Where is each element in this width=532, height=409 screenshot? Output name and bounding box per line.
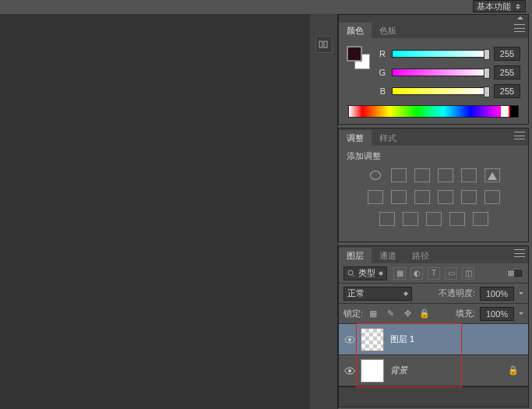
r-value[interactable]: 255 [494, 47, 520, 61]
gradient-map-icon[interactable] [379, 212, 395, 226]
tab-layers[interactable]: 图层 [339, 248, 372, 263]
lock-all-icon[interactable]: 🔒 [419, 309, 430, 319]
color-spectrum[interactable] [348, 105, 519, 118]
workspace-dropdown[interactable]: 基本功能 [473, 0, 526, 12]
blend-mode-value: 正常 [347, 287, 365, 299]
panel-menu-button[interactable] [514, 24, 525, 32]
layer-filter-dropdown[interactable]: 类型 [344, 266, 387, 280]
layer-row[interactable]: 背景 🔒 [339, 355, 528, 386]
hue-saturation-icon[interactable] [414, 190, 430, 204]
brightness-contrast-icon[interactable] [368, 168, 383, 182]
adjustments-panel: 调整 样式 添加调整 [338, 128, 529, 242]
svg-rect-0 [319, 41, 322, 48]
fill-label: 填充: [456, 308, 475, 319]
canvas-area[interactable] [0, 14, 310, 409]
svg-line-3 [353, 275, 354, 277]
black-white-icon[interactable] [484, 168, 500, 182]
filter-shape-icon[interactable]: ▭ [445, 267, 457, 280]
visibility-toggle[interactable] [339, 336, 361, 344]
svg-point-5 [348, 338, 351, 341]
threshold-icon[interactable] [426, 212, 442, 226]
filter-image-icon[interactable]: ▦ [393, 267, 406, 280]
layer-name[interactable]: 图层 1 [390, 333, 414, 345]
vibrance-icon[interactable] [461, 168, 477, 182]
layer-name[interactable]: 背景 [390, 365, 407, 376]
r-slider[interactable] [392, 50, 488, 58]
panel-menu-button[interactable] [514, 132, 525, 139]
layer-thumbnail[interactable] [361, 328, 384, 351]
b-label: B [376, 86, 386, 96]
panel-collapse-button[interactable] [339, 15, 528, 21]
visibility-toggle[interactable] [339, 367, 361, 375]
opacity-value[interactable]: 100% [480, 287, 514, 301]
opacity-label: 不透明度: [439, 287, 475, 299]
photo-filter-icon[interactable] [368, 190, 383, 204]
lock-label: 锁定: [344, 308, 363, 319]
curves-icon[interactable] [414, 168, 430, 182]
lock-move-icon[interactable]: ✥ [402, 309, 413, 319]
posterize-icon[interactable] [484, 190, 500, 204]
layer-row[interactable]: 图层 1 [339, 324, 528, 355]
history-panel-icon[interactable] [315, 36, 333, 53]
layers-footer [339, 386, 528, 407]
blend-mode-dropdown[interactable]: 正常 [344, 287, 412, 301]
g-label: G [376, 68, 386, 77]
svg-rect-1 [324, 41, 327, 48]
r-label: R [376, 49, 386, 58]
levels-icon[interactable] [391, 168, 407, 182]
g-value[interactable]: 255 [494, 65, 520, 79]
foreground-swatch[interactable] [347, 46, 362, 62]
invert-icon[interactable] [403, 212, 418, 226]
b-value[interactable]: 255 [494, 84, 520, 98]
tab-adjustments[interactable]: 调整 [339, 130, 372, 146]
lock-transparent-icon[interactable]: ▦ [368, 309, 379, 319]
layers-panel: 图层 通道 路径 类型 ▦ ◐ T ▭ ◫ [338, 245, 529, 407]
selective-color-icon[interactable] [438, 190, 453, 204]
tab-paths[interactable]: 路径 [404, 248, 437, 263]
lock-indicator-icon: 🔒 [508, 365, 519, 376]
filter-toggle[interactable] [506, 269, 523, 278]
layer-thumbnail[interactable] [361, 359, 384, 383]
filter-label: 类型 [358, 267, 375, 279]
g-slider[interactable] [392, 69, 488, 76]
filter-type-icon[interactable]: T [428, 267, 440, 280]
svg-point-7 [348, 369, 351, 372]
color-swatch-stack[interactable] [347, 46, 370, 69]
lock-brush-icon[interactable]: ✎ [385, 309, 396, 319]
add-adjustment-title: 添加调整 [347, 150, 520, 162]
filter-smartobj-icon[interactable]: ◫ [462, 267, 474, 280]
b-slider[interactable] [392, 87, 488, 95]
color-lookup-icon[interactable] [449, 212, 465, 226]
workspace-label: 基本功能 [477, 1, 511, 12]
tab-styles[interactable]: 样式 [372, 130, 404, 146]
exposure-icon[interactable] [438, 168, 453, 182]
tab-color[interactable]: 颜色 [339, 23, 372, 38]
tab-channels[interactable]: 通道 [372, 248, 404, 263]
tab-swatches[interactable]: 色板 [372, 23, 404, 38]
color-panel: 颜色 色板 R 255 G 255 B [338, 14, 529, 125]
color-balance-icon[interactable] [391, 190, 407, 204]
panel-menu-button[interactable] [514, 249, 525, 257]
channel-mixer-icon[interactable] [461, 190, 477, 204]
pattern-icon[interactable] [473, 212, 488, 226]
fill-value[interactable]: 100% [480, 307, 514, 321]
svg-point-2 [348, 270, 353, 275]
filter-adjustment-icon[interactable]: ◐ [410, 267, 423, 280]
